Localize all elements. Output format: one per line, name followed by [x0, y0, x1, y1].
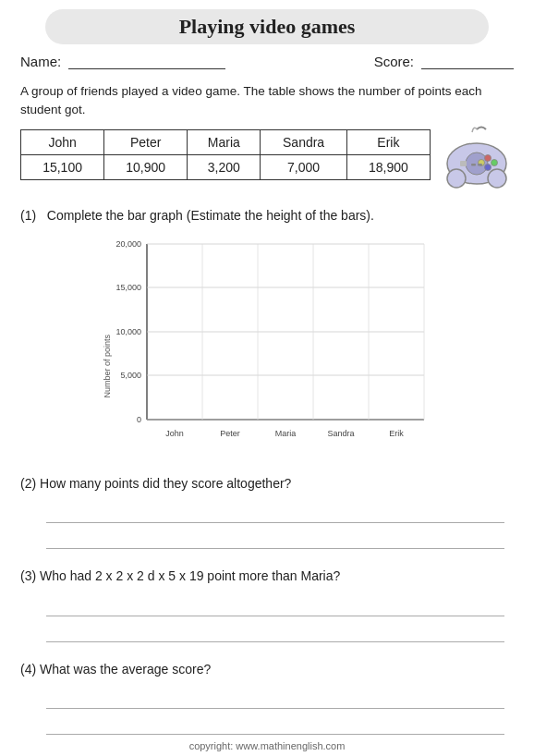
name-score-row: Name: Score: — [20, 54, 514, 69]
question-4: (4) What was the average score? — [20, 659, 514, 679]
name-underline[interactable] — [68, 55, 225, 69]
question-2: (2) How many points did they score altog… — [20, 473, 514, 494]
q4-answer-area — [20, 689, 514, 735]
q2-text: How many points did they score altogethe… — [40, 476, 291, 491]
value-john: 15,100 — [21, 154, 104, 179]
header-sandra: Sandra — [261, 129, 346, 154]
answer-line-3[interactable] — [46, 596, 504, 616]
table-values-row: 15,100 10,900 3,200 7,000 18,900 — [21, 154, 431, 179]
page-title: Playing video games — [179, 15, 356, 38]
header-peter: Peter — [104, 129, 188, 154]
header-maria: Maria — [188, 129, 261, 154]
value-peter: 10,900 — [104, 154, 188, 179]
q3-answer-area — [20, 596, 514, 642]
svg-point-7 — [492, 159, 498, 165]
question-1-block: (1) Complete the bar graph (Estimate the… — [20, 205, 514, 457]
answer-line-1[interactable] — [46, 503, 504, 523]
svg-rect-11 — [478, 164, 482, 166]
q1-text: Complete the bar graph (Estimate the hei… — [47, 208, 374, 223]
svg-point-2 — [488, 169, 506, 188]
header-john: John — [21, 129, 104, 154]
name-field: Name: — [20, 54, 225, 69]
svg-text:Sandra: Sandra — [327, 429, 354, 438]
question-4-block: (4) What was the average score? — [20, 659, 514, 735]
question-2-block: (2) How many points did they score altog… — [20, 473, 514, 549]
q2-answer-area — [20, 503, 514, 549]
svg-rect-10 — [471, 164, 476, 166]
score-underline[interactable] — [421, 55, 514, 69]
intro-text: A group of friends played a video game. … — [20, 82, 514, 120]
svg-text:10,000: 10,000 — [115, 327, 141, 336]
copyright: copyright: www.mathinenglish.com — [0, 740, 534, 751]
data-table: John Peter Maria Sandra Erik 15,100 10,9… — [20, 129, 431, 180]
svg-rect-4 — [460, 161, 467, 166]
svg-text:Erik: Erik — [389, 429, 404, 438]
answer-line-2[interactable] — [46, 529, 504, 549]
title-bar: Playing video games — [45, 9, 490, 44]
svg-text:Peter: Peter — [220, 429, 240, 438]
value-sandra: 7,000 — [261, 154, 346, 179]
score-label: Score: — [374, 54, 414, 69]
svg-text:5,000: 5,000 — [120, 371, 141, 380]
controller-icon — [440, 125, 514, 192]
svg-text:20,000: 20,000 — [115, 239, 141, 249]
answer-line-4[interactable] — [46, 622, 504, 642]
q4-number: (4) — [20, 662, 36, 677]
header-erik: Erik — [346, 129, 430, 154]
question-1: (1) Complete the bar graph (Estimate the… — [20, 205, 514, 226]
svg-text:Maria: Maria — [275, 429, 297, 438]
answer-line-5[interactable] — [46, 689, 504, 709]
q4-text: What was the average score? — [40, 662, 211, 677]
value-erik: 18,900 — [346, 154, 430, 179]
q3-text: Who had 2 x 2 x 2 d x 5 x 19 point more … — [40, 568, 340, 583]
svg-point-1 — [447, 169, 466, 188]
svg-text:John: John — [165, 429, 184, 438]
name-label: Name: — [20, 54, 61, 69]
question-3-block: (3) Who had 2 x 2 x 2 d x 5 x 19 point m… — [20, 566, 514, 641]
page: Playing video games Name: Score: A group… — [0, 0, 534, 756]
svg-point-6 — [485, 154, 492, 161]
q1-number: (1) — [20, 208, 36, 223]
question-3: (3) Who had 2 x 2 x 2 d x 5 x 19 point m… — [20, 566, 514, 586]
bar-chart: Number of points 0 5,000 10,000 — [101, 235, 433, 457]
svg-text:15,000: 15,000 — [115, 283, 141, 292]
y-axis-title: Number of points — [103, 335, 112, 398]
table-header-row: John Peter Maria Sandra Erik — [21, 129, 431, 154]
svg-point-8 — [485, 164, 492, 170]
value-maria: 3,200 — [188, 154, 261, 179]
q2-number: (2) — [20, 476, 36, 491]
table-controller-row: John Peter Maria Sandra Erik 15,100 10,9… — [20, 129, 514, 192]
svg-text:0: 0 — [137, 415, 141, 424]
bar-chart-svg: 0 5,000 10,000 15,000 20,000 — [101, 235, 433, 457]
q3-number: (3) — [20, 568, 36, 583]
score-field: Score: — [374, 54, 514, 69]
answer-line-6[interactable] — [46, 714, 504, 735]
